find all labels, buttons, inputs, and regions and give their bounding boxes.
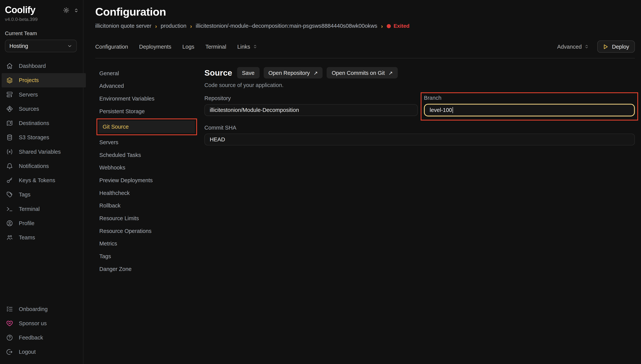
breadcrumb: illicitonion quote server › production ›… — [95, 23, 635, 29]
commit-sha-field-group: Commit SHA HEAD — [204, 125, 635, 146]
tab-logs[interactable]: Logs — [182, 44, 194, 50]
brand-row: Coolify — [5, 5, 79, 15]
chevrons-up-down-icon — [253, 44, 258, 50]
tab-links[interactable]: Links — [237, 44, 257, 50]
help-circle-icon — [6, 334, 13, 341]
subnav-webhooks[interactable]: Webhooks — [95, 162, 198, 174]
open-repository-button[interactable]: Open Repository ↗ — [263, 67, 323, 78]
sidebar-item-sponsor[interactable]: Sponsor us — [5, 316, 79, 330]
sidebar-item-projects[interactable]: Projects — [2, 73, 86, 88]
advanced-dropdown[interactable]: Advanced — [557, 44, 589, 50]
subnav-advanced[interactable]: Advanced — [95, 80, 198, 92]
subnav-resource-limits[interactable]: Resource Limits — [95, 212, 198, 225]
sidebar-nav: Dashboard Projects Servers Sources Desti… — [5, 59, 79, 245]
sidebar: Coolify v4.0.0-beta.399 Current Team Hos… — [0, 0, 84, 364]
subnav-git-source[interactable]: Git Source — [99, 120, 195, 133]
breadcrumb-chevron-icon: › — [190, 23, 192, 29]
chevron-down-icon — [67, 44, 73, 49]
tab-configuration[interactable]: Configuration — [95, 44, 128, 50]
breadcrumb-environment[interactable]: production — [161, 23, 187, 29]
logout-icon — [6, 348, 13, 356]
external-link-icon: ↗ — [313, 70, 318, 76]
sidebar-item-onboarding[interactable]: Onboarding — [5, 302, 79, 316]
breadcrumb-chevron-icon: › — [155, 23, 157, 29]
section-title: Source — [204, 68, 232, 77]
sidebar-item-sources[interactable]: Sources — [5, 102, 79, 116]
variable-icon — [6, 148, 13, 156]
layers-icon — [6, 77, 13, 84]
play-icon — [603, 44, 608, 49]
branch-annotation-box: Branch level-100 — [421, 92, 638, 120]
external-link-icon: ↗ — [388, 70, 393, 76]
git-source-form: Source Save Open Repository ↗ Open Commi… — [204, 67, 635, 146]
coolify-app: Coolify v4.0.0-beta.399 Current Team Hos… — [0, 0, 641, 364]
chevrons-up-down-icon — [584, 44, 589, 50]
sidebar-item-dashboard[interactable]: Dashboard — [5, 59, 79, 73]
sidebar-footer-nav: Onboarding Sponsor us Feedback Logout — [5, 302, 79, 359]
sidebar-item-profile[interactable]: Profile — [5, 216, 79, 230]
sidebar-item-notifications[interactable]: Notifications — [5, 159, 79, 173]
subnav-healthcheck[interactable]: Healthcheck — [95, 187, 198, 200]
open-commits-button[interactable]: Open Commits on Git ↗ — [327, 67, 398, 78]
breadcrumb-chevron-icon: › — [381, 23, 383, 29]
team-select-value: Hosting — [9, 43, 28, 49]
sidebar-item-teams[interactable]: Teams — [5, 231, 79, 245]
subnav-rollback[interactable]: Rollback — [95, 200, 198, 212]
key-icon — [6, 177, 13, 184]
subnav-resource-operations[interactable]: Resource Operations — [95, 225, 198, 238]
breadcrumb-project[interactable]: illicitonion quote server — [95, 23, 151, 29]
repo-branch-row: Repository illicitestonion/Module-Decomp… — [204, 95, 635, 120]
sidebar-item-keys-tokens[interactable]: Keys & Tokens — [5, 173, 79, 188]
status-dot-icon — [387, 24, 391, 28]
subnav-environment-variables[interactable]: Environment Variables — [95, 92, 198, 105]
sidebar-item-tags[interactable]: Tags — [5, 188, 79, 202]
sidebar-item-logout[interactable]: Logout — [5, 345, 79, 359]
source-header: Source Save Open Repository ↗ Open Commi… — [204, 67, 635, 78]
deploy-button[interactable]: Deploy — [597, 40, 635, 53]
map-icon — [6, 120, 13, 127]
tab-deployments[interactable]: Deployments — [139, 44, 171, 50]
home-icon — [6, 63, 13, 70]
heart-handshake-icon — [6, 320, 13, 327]
commit-sha-label: Commit SHA — [204, 125, 635, 131]
tags-icon — [6, 191, 13, 198]
user-circle-icon — [6, 220, 13, 227]
status-badge: Exited — [387, 23, 409, 29]
config-subnav: General Advanced Environment Variables P… — [95, 67, 198, 276]
save-button[interactable]: Save — [237, 67, 260, 78]
app-logo: Coolify — [5, 5, 35, 15]
sidebar-item-servers[interactable]: Servers — [5, 88, 79, 102]
page-title: Configuration — [95, 6, 635, 18]
branch-label: Branch — [424, 95, 635, 101]
commit-sha-input[interactable]: HEAD — [204, 134, 635, 145]
subnav-preview-deployments[interactable]: Preview Deployments — [95, 174, 198, 187]
sidebar-item-shared-variables[interactable]: Shared Variables — [5, 145, 79, 159]
subnav-servers[interactable]: Servers — [95, 136, 198, 149]
status-text: Exited — [393, 23, 409, 29]
subnav-scheduled-tasks[interactable]: Scheduled Tasks — [95, 149, 198, 162]
theme-switcher-chevrons-icon[interactable] — [74, 7, 79, 13]
subnav-tags[interactable]: Tags — [95, 250, 198, 263]
tab-terminal[interactable]: Terminal — [205, 44, 226, 50]
app-version: v4.0.0-beta.399 — [5, 17, 79, 22]
team-select[interactable]: Hosting — [5, 40, 77, 52]
theme-sun-icon[interactable] — [63, 7, 69, 14]
subnav-persistent-storage[interactable]: Persistent Storage — [95, 105, 198, 118]
branch-field-group: Branch level-100 — [424, 95, 635, 116]
subnav-general[interactable]: General — [95, 67, 198, 80]
subnav-metrics[interactable]: Metrics — [95, 238, 198, 250]
sidebar-item-destinations[interactable]: Destinations — [5, 116, 79, 130]
main-content: Configuration illicitonion quote server … — [84, 0, 641, 364]
sidebar-item-terminal[interactable]: Terminal — [5, 202, 79, 216]
tabs-row: Configuration Deployments Logs Terminal … — [95, 40, 635, 53]
server-icon — [6, 91, 13, 98]
subnav-danger-zone[interactable]: Danger Zone — [95, 263, 198, 276]
branch-input[interactable]: level-100 — [424, 104, 635, 116]
git-source-icon — [6, 106, 13, 112]
sidebar-item-s3-storages[interactable]: S3 Storages — [5, 130, 79, 145]
section-description: Code source of your application. — [204, 82, 635, 88]
breadcrumb-resource[interactable]: illicitestonion/-module--decomposition:m… — [196, 23, 377, 29]
database-icon — [6, 134, 13, 141]
sidebar-item-feedback[interactable]: Feedback — [5, 330, 79, 345]
repository-input[interactable]: illicitestonion/Module-Decomposition — [204, 104, 418, 116]
